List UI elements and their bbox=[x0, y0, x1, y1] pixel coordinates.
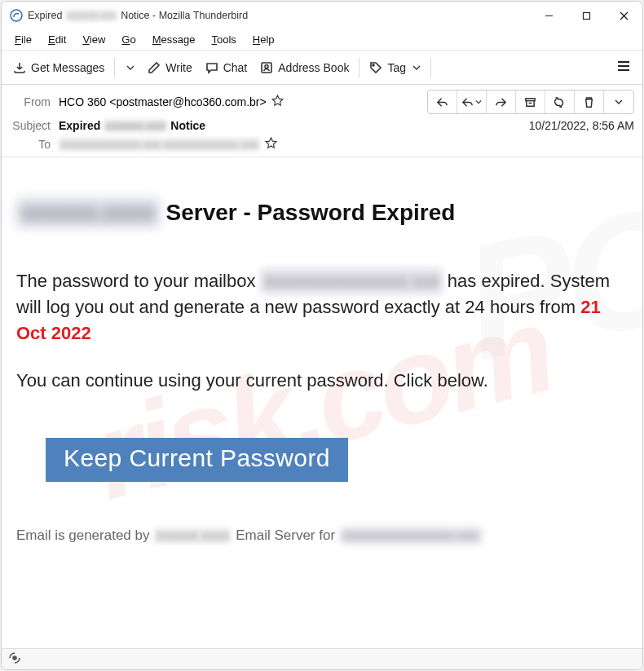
footer-redacted-1: xxxxxx.xxxx bbox=[154, 528, 231, 544]
message-body: PC risk.com xxxxxx.xxxx Server - Passwor… bbox=[2, 157, 642, 648]
delete-button[interactable] bbox=[575, 90, 604, 113]
maximize-button[interactable] bbox=[567, 2, 605, 29]
message-headers: From HCO 360 <postmaster@hco360.com.br> bbox=[2, 85, 642, 157]
tag-button[interactable]: Tag bbox=[363, 55, 427, 81]
junk-button[interactable] bbox=[545, 90, 575, 113]
address-book-button[interactable]: Address Book bbox=[254, 55, 355, 81]
address-book-label: Address Book bbox=[278, 61, 349, 74]
svg-point-6 bbox=[265, 64, 268, 68]
subject-redacted: xxxxxx.xxx bbox=[104, 119, 167, 132]
forward-button[interactable] bbox=[487, 90, 516, 113]
menubar: File Edit View Go Message Tools Help bbox=[2, 29, 642, 51]
menu-view[interactable]: View bbox=[74, 32, 113, 47]
title-redacted: xxxxxx.xxx bbox=[65, 10, 117, 21]
to-value: xxxxxxxxxxxxxx.xxx xxxxxxxxxxxxx.xxx bbox=[59, 137, 427, 152]
svg-point-12 bbox=[13, 656, 16, 660]
tag-icon bbox=[369, 61, 382, 74]
subject-value: Expired xxxxxx.xxx Notice bbox=[59, 119, 427, 132]
download-icon bbox=[13, 61, 26, 74]
get-messages-label: Get Messages bbox=[31, 61, 104, 74]
app-menu-button[interactable] bbox=[610, 55, 637, 81]
heading-redacted: xxxxxx.xxxx bbox=[16, 198, 160, 227]
from-label: From bbox=[10, 95, 59, 108]
to-redacted[interactable]: xxxxxxxxxxxxxx.xxx xxxxxxxxxxxxx.xxx bbox=[59, 138, 260, 151]
svg-point-0 bbox=[11, 10, 22, 21]
toolbar: Get Messages Write Chat Address Book bbox=[2, 51, 642, 85]
heading-text: Server - Password Expired bbox=[166, 200, 456, 226]
message-date: 10/21/2022, 8:56 AM bbox=[427, 119, 634, 132]
reply-dropdown[interactable] bbox=[457, 90, 487, 113]
get-messages-dropdown[interactable] bbox=[118, 55, 141, 81]
separator bbox=[430, 58, 431, 77]
archive-button[interactable] bbox=[516, 90, 545, 113]
svg-rect-11 bbox=[526, 98, 535, 100]
hamburger-icon bbox=[616, 59, 631, 76]
body-paragraph-1: The password to your mailbox xxxxxxxxxxx… bbox=[16, 268, 628, 347]
subject-label: Subject bbox=[10, 119, 59, 132]
pencil-icon bbox=[148, 61, 161, 74]
body-footer: Email is generated by xxxxxx.xxxx Email … bbox=[16, 528, 628, 544]
minimize-button[interactable] bbox=[530, 2, 567, 29]
window-controls bbox=[530, 2, 642, 29]
get-messages-button[interactable]: Get Messages bbox=[7, 55, 111, 81]
menu-file[interactable]: File bbox=[7, 32, 40, 47]
star-icon[interactable] bbox=[265, 137, 277, 152]
reply-button[interactable] bbox=[428, 90, 457, 113]
separator bbox=[114, 58, 115, 77]
chevron-down-icon bbox=[412, 61, 421, 74]
to-label: To bbox=[10, 138, 59, 151]
chat-icon bbox=[205, 61, 218, 74]
menu-tools[interactable]: Tools bbox=[203, 32, 244, 47]
chat-button[interactable]: Chat bbox=[199, 55, 254, 81]
activity-icon bbox=[8, 651, 21, 668]
write-label: Write bbox=[165, 61, 192, 74]
svg-point-7 bbox=[373, 64, 374, 66]
keep-password-button[interactable]: Keep Current Password bbox=[46, 438, 348, 482]
footer-redacted-2: xxxxxxxxxxxxxxxx.xxx bbox=[340, 528, 482, 544]
title-prefix: Expired bbox=[28, 10, 62, 21]
menu-help[interactable]: Help bbox=[245, 32, 283, 47]
close-button[interactable] bbox=[605, 2, 642, 29]
star-icon[interactable] bbox=[271, 95, 284, 109]
chat-label: Chat bbox=[223, 61, 248, 74]
from-text[interactable]: HCO 360 <postmaster@hco360.com.br> bbox=[59, 95, 267, 108]
menu-edit[interactable]: Edit bbox=[40, 32, 74, 47]
menu-message[interactable]: Message bbox=[144, 32, 204, 47]
body-heading: xxxxxx.xxxx Server - Password Expired bbox=[16, 198, 628, 227]
footer-b: Email Server for bbox=[236, 528, 335, 544]
p1-a: The password to your mailbox bbox=[16, 271, 261, 291]
p1-redacted: xxxxxxxxxxxxxxxx.xxx bbox=[261, 268, 443, 294]
write-button[interactable]: Write bbox=[141, 55, 198, 81]
from-value: HCO 360 <postmaster@hco360.com.br> bbox=[59, 95, 427, 109]
menu-go[interactable]: Go bbox=[113, 32, 143, 47]
more-button[interactable] bbox=[604, 90, 633, 113]
title-suffix: Notice - Mozilla Thunderbird bbox=[121, 10, 248, 21]
tag-label: Tag bbox=[387, 61, 406, 74]
titlebar: Expired xxxxxx.xxx Notice - Mozilla Thun… bbox=[2, 2, 642, 29]
window-title: Expired xxxxxx.xxx Notice - Mozilla Thun… bbox=[28, 10, 530, 21]
app-icon bbox=[10, 9, 23, 22]
statusbar bbox=[2, 648, 642, 669]
svg-rect-2 bbox=[583, 12, 589, 19]
separator bbox=[359, 58, 359, 77]
header-actions bbox=[427, 90, 634, 114]
address-book-icon bbox=[260, 61, 273, 74]
watermark: risk.com bbox=[2, 157, 642, 648]
chevron-down-icon bbox=[126, 61, 135, 74]
body-paragraph-2: You can continue using your current pass… bbox=[16, 368, 628, 394]
subject-suffix: Notice bbox=[170, 119, 205, 132]
footer-a: Email is generated by bbox=[16, 528, 149, 544]
subject-prefix: Expired bbox=[59, 119, 100, 132]
